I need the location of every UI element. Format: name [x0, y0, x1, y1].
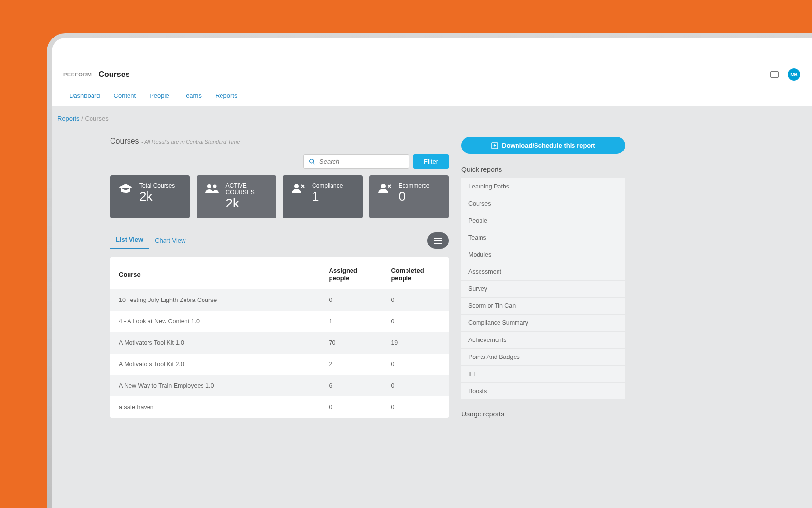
- svg-point-3: [213, 185, 216, 188]
- table-cell: 70: [320, 332, 383, 354]
- quick-report-item[interactable]: Courses: [461, 195, 625, 212]
- avatar[interactable]: MB: [788, 68, 800, 81]
- table-cell: A New Way to Train Employees 1.0: [110, 375, 320, 396]
- navbar: Dashboard Content People Teams Reports: [52, 86, 812, 106]
- table-cell: 4 - A Look at New Content 1.0: [110, 311, 320, 332]
- stat-value: 0: [399, 190, 430, 203]
- hamburger-icon: [434, 238, 442, 244]
- th-assigned[interactable]: Assigned people: [320, 257, 383, 289]
- menu-button[interactable]: [427, 232, 449, 249]
- stat-label: ACTIVE COURSES: [226, 182, 269, 196]
- table-row[interactable]: A Motivators Tool Kit 2.020: [110, 354, 449, 375]
- stat-label: Ecommerce: [399, 182, 430, 189]
- main-column: Courses - All Results are in Central Sta…: [110, 137, 449, 423]
- quick-report-item[interactable]: Survey: [461, 281, 625, 297]
- breadcrumb-parent[interactable]: Reports: [57, 115, 80, 122]
- svg-point-5: [381, 184, 386, 188]
- svg-point-2: [207, 184, 211, 188]
- quick-report-item[interactable]: Compliance Summary: [461, 315, 625, 331]
- quick-report-item[interactable]: Modules: [461, 246, 625, 263]
- table-cell: a safe haven: [110, 396, 320, 418]
- table-cell: 0: [382, 311, 449, 332]
- nav-reports[interactable]: Reports: [215, 92, 238, 99]
- nav-dashboard[interactable]: Dashboard: [69, 92, 100, 99]
- table-cell: 2: [320, 354, 383, 375]
- quick-report-item[interactable]: Scorm or Tin Can: [461, 298, 625, 314]
- content-area: Reports / Courses Courses - All Results …: [52, 106, 812, 508]
- stat-value: 1: [312, 190, 343, 203]
- person-remove-icon: [377, 182, 393, 195]
- table-row[interactable]: A New Way to Train Employees 1.060: [110, 375, 449, 396]
- topbar: PERFORM Courses MB: [52, 63, 812, 86]
- table-row[interactable]: 10 Testing July Eighth Zebra Course00: [110, 289, 449, 311]
- nav-teams[interactable]: Teams: [183, 92, 202, 99]
- quick-report-item[interactable]: Assessment: [461, 263, 625, 280]
- svg-line-1: [313, 162, 315, 164]
- nav-people[interactable]: People: [149, 92, 169, 99]
- quick-reports-list: Learning PathsCoursesPeopleTeamsModulesA…: [461, 178, 625, 399]
- people-icon: [204, 182, 220, 195]
- download-icon: [491, 142, 498, 149]
- table-cell: 0: [382, 396, 449, 418]
- stat-compliance[interactable]: Compliance 1: [283, 175, 363, 218]
- nav-content[interactable]: Content: [114, 92, 136, 99]
- table-card: Course Assigned people Completed people …: [110, 257, 449, 418]
- quick-report-item[interactable]: Learning Paths: [461, 178, 625, 195]
- device-frame: PERFORM Courses MB Dashboard Content Peo…: [47, 33, 812, 508]
- table-cell: 10 Testing July Eighth Zebra Course: [110, 289, 320, 311]
- table-cell: 0: [382, 354, 449, 375]
- download-label: Download/Schedule this report: [502, 142, 595, 149]
- download-schedule-button[interactable]: Download/Schedule this report: [461, 137, 625, 154]
- mail-icon[interactable]: [770, 71, 779, 78]
- stat-value: 2k: [226, 197, 269, 209]
- svg-point-0: [310, 159, 314, 163]
- search-box[interactable]: [303, 154, 409, 169]
- usage-reports-title: Usage reports: [461, 410, 625, 418]
- table-cell: 19: [382, 332, 449, 354]
- quick-report-item[interactable]: Teams: [461, 229, 625, 246]
- breadcrumb-sep: /: [81, 115, 83, 122]
- breadcrumb-current: Courses: [85, 115, 108, 122]
- stat-cards: Total Courses 2k ACTIVE COURSES 2k: [110, 175, 449, 218]
- filter-button[interactable]: Filter: [413, 154, 449, 169]
- quick-report-item[interactable]: People: [461, 212, 625, 229]
- table-cell: A Motivators Tool Kit 1.0: [110, 332, 320, 354]
- quick-report-item[interactable]: Points And Badges: [461, 349, 625, 365]
- search-icon: [309, 158, 315, 165]
- heading-row: Courses - All Results are in Central Sta…: [110, 137, 449, 146]
- heading-text: Courses: [110, 137, 139, 145]
- side-column: Download/Schedule this report Quick repo…: [461, 137, 625, 423]
- graduation-cap-icon: [118, 182, 133, 195]
- svg-point-4: [294, 184, 299, 188]
- table-cell: A Motivators Tool Kit 2.0: [110, 354, 320, 375]
- device-screen: PERFORM Courses MB Dashboard Content Peo…: [52, 38, 812, 508]
- quick-report-item[interactable]: Achievements: [461, 332, 625, 348]
- search-row: Filter: [110, 154, 449, 169]
- person-remove-icon: [291, 182, 306, 195]
- search-input[interactable]: [319, 158, 404, 165]
- stat-ecommerce[interactable]: Ecommerce 0: [369, 175, 449, 218]
- quick-report-item[interactable]: ILT: [461, 366, 625, 382]
- table-cell: 0: [320, 289, 383, 311]
- quick-report-item[interactable]: Boosts: [461, 383, 625, 399]
- table-row[interactable]: A Motivators Tool Kit 1.07019: [110, 332, 449, 354]
- table-row[interactable]: 4 - A Look at New Content 1.010: [110, 311, 449, 332]
- th-course[interactable]: Course: [110, 257, 320, 289]
- tab-list-view[interactable]: List View: [110, 232, 149, 249]
- quick-reports-title: Quick reports: [461, 166, 625, 173]
- table-cell: 0: [382, 375, 449, 396]
- stat-active-courses[interactable]: ACTIVE COURSES 2k: [197, 175, 277, 218]
- table-row[interactable]: a safe haven00: [110, 396, 449, 418]
- th-completed[interactable]: Completed people: [382, 257, 449, 289]
- courses-table: Course Assigned people Completed people …: [110, 257, 449, 418]
- heading-note: - All Results are in Central Standard Ti…: [141, 139, 240, 145]
- page-title: Courses: [99, 70, 130, 79]
- tabs-row: List View Chart View: [110, 232, 449, 249]
- stat-total-courses[interactable]: Total Courses 2k: [110, 175, 190, 218]
- tab-chart-view[interactable]: Chart View: [149, 233, 191, 249]
- table-cell: 1: [320, 311, 383, 332]
- table-cell: 6: [320, 375, 383, 396]
- brand-logo: PERFORM: [63, 72, 92, 77]
- stat-label: Compliance: [312, 182, 343, 189]
- stat-value: 2k: [139, 190, 175, 203]
